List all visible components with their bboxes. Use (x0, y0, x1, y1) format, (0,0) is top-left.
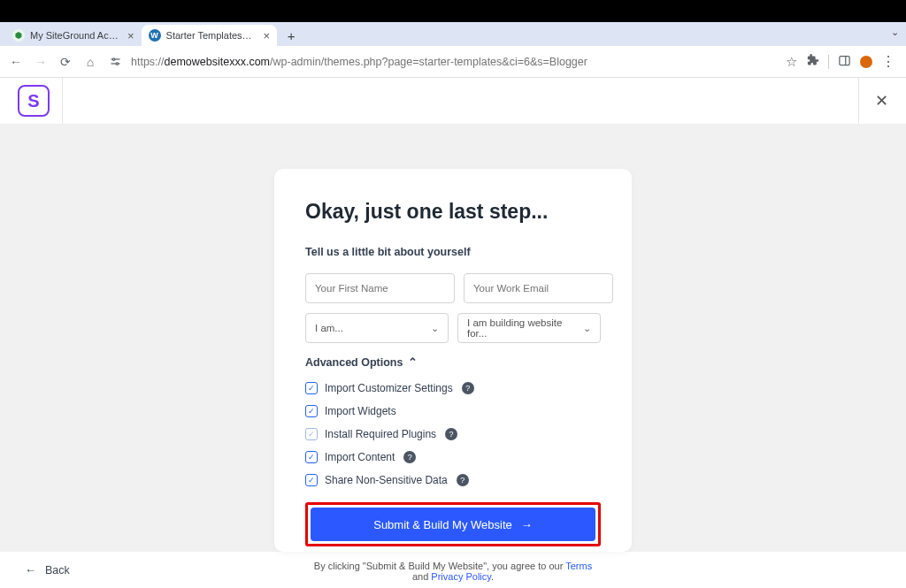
checkbox-plugins[interactable]: ✓ (305, 428, 318, 440)
select-label: I am... (315, 323, 343, 333)
help-icon[interactable]: ? (403, 451, 416, 463)
home-icon[interactable]: ⌂ (81, 53, 99, 71)
terms-link[interactable]: Terms (565, 561, 592, 571)
help-icon[interactable]: ? (457, 474, 469, 486)
divider (858, 78, 859, 124)
brand-logo: S (18, 85, 50, 117)
close-icon[interactable]: ✕ (875, 91, 888, 111)
help-icon[interactable]: ? (445, 428, 457, 440)
option-label: Import Content (325, 451, 395, 463)
advanced-label: Advanced Options (305, 356, 403, 369)
reload-icon[interactable]: ⟳ (57, 53, 74, 71)
option-label: Import Customizer Settings (325, 382, 453, 394)
chevron-down-icon: ⌄ (431, 323, 439, 334)
legal-text: By clicking "Submit & Build My Website",… (305, 561, 601, 582)
privacy-link[interactable]: Privacy Policy (431, 571, 491, 582)
chevron-down-icon: ⌄ (583, 323, 591, 334)
tab-siteground[interactable]: ⬢ My SiteGround Account × (5, 25, 142, 46)
select-label: I am building website for... (467, 317, 583, 339)
new-tab-button[interactable]: + (282, 27, 300, 44)
checkbox-widgets[interactable]: ✓ (305, 405, 318, 417)
submit-build-button[interactable]: Submit & Build My Website → (311, 508, 595, 541)
menu-icon[interactable]: ⋮ (881, 53, 895, 70)
url-text: https://demowebsitexxx.com/wp-admin/them… (131, 56, 587, 68)
back-label: Back (45, 564, 70, 577)
option-customizer: ✓ Import Customizer Settings ? (305, 382, 601, 394)
address-bar: ← → ⟳ ⌂ https://demowebsitexxx.com/wp-ad… (0, 46, 906, 78)
svg-point-2 (112, 58, 115, 61)
arrow-left-icon: ← (25, 563, 36, 577)
option-plugins: ✓ Install Required Plugins ? (305, 428, 601, 440)
work-email-input[interactable] (464, 273, 613, 303)
option-share: ✓ Share Non-Sensitive Data ? (305, 474, 601, 486)
profile-avatar[interactable] (860, 56, 872, 68)
advanced-options-toggle[interactable]: Advanced Options ⌃ (305, 355, 601, 369)
siteground-favicon: ⬢ (12, 29, 25, 42)
tab-title: Starter Templates ‹ My WordP (166, 30, 255, 41)
building-for-select[interactable]: I am building website for... ⌄ (457, 313, 601, 343)
onboarding-card: Okay, just one last step... Tell us a li… (274, 169, 632, 552)
first-name-input[interactable] (305, 273, 455, 303)
option-label: Install Required Plugins (325, 428, 436, 440)
tab-title: My SiteGround Account (30, 30, 119, 41)
submit-label: Submit & Build My Website (373, 518, 512, 531)
app-header: S ✕ (0, 78, 906, 124)
back-button[interactable]: ← Back (25, 563, 70, 577)
tab-starter-templates[interactable]: W Starter Templates ‹ My WordP × (142, 25, 278, 46)
close-icon[interactable]: × (264, 29, 271, 42)
divider (62, 78, 63, 124)
option-label: Share Non-Sensitive Data (325, 474, 448, 486)
page-subtitle: Tell us a little bit about yourself (305, 246, 601, 258)
checkbox-share[interactable]: ✓ (305, 474, 318, 486)
sidepanel-icon[interactable] (838, 54, 851, 70)
expand-tabs-icon[interactable]: ⌄ (891, 27, 899, 38)
iam-select[interactable]: I am... ⌄ (305, 313, 449, 343)
arrow-right-icon: → (521, 518, 533, 531)
page-body: Okay, just one last step... Tell us a li… (0, 124, 906, 552)
checkbox-content[interactable]: ✓ (305, 451, 318, 463)
browser-tab-strip: ⬢ My SiteGround Account × W Starter Temp… (0, 22, 906, 46)
bookmark-icon[interactable]: ☆ (786, 54, 797, 70)
help-icon[interactable]: ? (462, 382, 474, 394)
divider (828, 55, 829, 69)
submit-highlight: Submit & Build My Website → (305, 502, 601, 546)
forward-icon[interactable]: → (32, 53, 50, 71)
checkbox-customizer[interactable]: ✓ (305, 382, 318, 394)
back-icon[interactable]: ← (7, 53, 25, 71)
svg-rect-4 (840, 56, 849, 65)
url-bar[interactable]: https://demowebsitexxx.com/wp-admin/them… (131, 56, 779, 68)
option-label: Import Widgets (325, 405, 396, 417)
svg-point-3 (116, 63, 119, 65)
page-title: Okay, just one last step... (305, 200, 601, 224)
extensions-icon[interactable] (806, 54, 819, 70)
chevron-up-icon: ⌃ (408, 355, 418, 369)
wordpress-favicon: W (149, 29, 161, 42)
option-content: ✓ Import Content ? (305, 451, 601, 463)
option-widgets: ✓ Import Widgets (305, 405, 601, 417)
site-settings-icon[interactable] (106, 53, 124, 71)
close-icon[interactable]: × (127, 29, 134, 42)
